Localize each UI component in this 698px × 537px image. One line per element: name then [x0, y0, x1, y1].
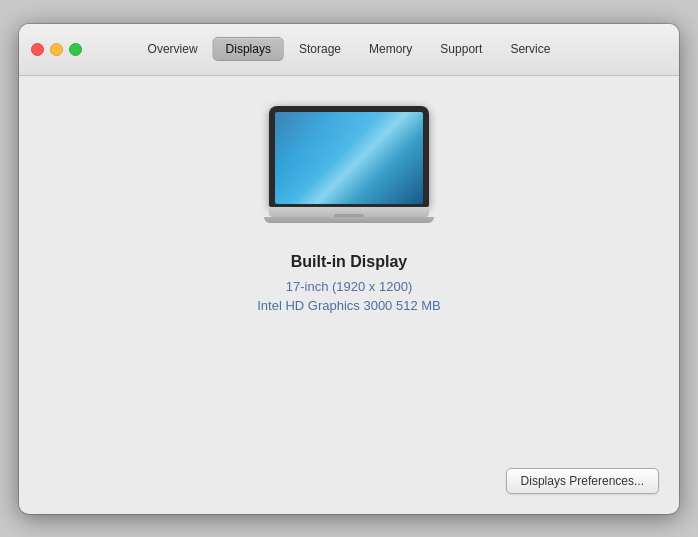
display-graphics: Intel HD Graphics 3000 512 MB	[257, 298, 441, 313]
tab-storage[interactable]: Storage	[286, 37, 354, 61]
laptop-image	[269, 106, 429, 223]
displays-preferences-button[interactable]: Displays Preferences...	[506, 468, 659, 494]
laptop-footer	[264, 217, 434, 223]
content-area: Built-in Display 17-inch (1920 x 1200) I…	[19, 76, 679, 456]
maximize-button[interactable]	[69, 43, 82, 56]
display-title: Built-in Display	[257, 253, 441, 271]
titlebar: Overview Displays Storage Memory Support…	[19, 24, 679, 76]
bottom-bar: Displays Preferences...	[19, 456, 679, 514]
tab-memory[interactable]: Memory	[356, 37, 425, 61]
tab-overview[interactable]: Overview	[135, 37, 211, 61]
laptop-base	[269, 207, 429, 217]
close-button[interactable]	[31, 43, 44, 56]
minimize-button[interactable]	[50, 43, 63, 56]
traffic-lights	[31, 43, 82, 56]
laptop-graphic	[269, 106, 429, 223]
main-window: Overview Displays Storage Memory Support…	[19, 24, 679, 514]
tab-service[interactable]: Service	[497, 37, 563, 61]
tab-bar: Overview Displays Storage Memory Support…	[135, 37, 564, 61]
tab-displays[interactable]: Displays	[213, 37, 284, 61]
display-resolution: 17-inch (1920 x 1200)	[257, 279, 441, 294]
screen-display	[275, 112, 423, 204]
tab-support[interactable]: Support	[427, 37, 495, 61]
screen-outer	[269, 106, 429, 207]
display-info: Built-in Display 17-inch (1920 x 1200) I…	[257, 253, 441, 313]
